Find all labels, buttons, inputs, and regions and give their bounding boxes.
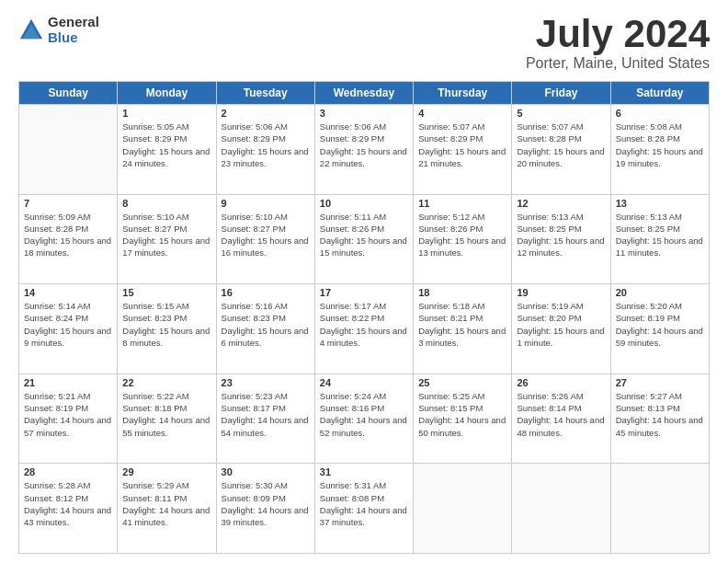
calendar-cell: 16Sunrise: 5:16 AMSunset: 8:23 PMDayligh… [216,284,314,374]
day-info: Sunrise: 5:25 AMSunset: 8:15 PMDaylight:… [418,390,506,439]
day-number: 6 [616,108,704,119]
calendar-cell: 9Sunrise: 5:10 AMSunset: 8:27 PMDaylight… [216,194,314,284]
logo: General Blue [18,15,99,45]
day-number: 31 [320,466,408,477]
day-info: Sunrise: 5:31 AMSunset: 8:08 PMDaylight:… [320,479,408,528]
day-info: Sunrise: 5:18 AMSunset: 8:21 PMDaylight:… [418,300,506,349]
calendar-cell: 15Sunrise: 5:15 AMSunset: 8:23 PMDayligh… [118,284,216,374]
day-number: 2 [222,108,310,119]
day-number: 24 [320,377,408,388]
day-number: 12 [517,198,605,209]
subtitle: Porter, Maine, United States [526,55,710,72]
day-number: 11 [418,198,506,209]
calendar-cell: 21Sunrise: 5:21 AMSunset: 8:19 PMDayligh… [19,373,118,464]
calendar-cell: 24Sunrise: 5:24 AMSunset: 8:16 PMDayligh… [314,373,413,464]
calendar-cell: 30Sunrise: 5:30 AMSunset: 8:09 PMDayligh… [216,464,314,554]
day-number: 16 [222,287,310,298]
day-info: Sunrise: 5:11 AMSunset: 8:26 PMDaylight:… [320,211,408,259]
calendar-week-row: 1Sunrise: 5:05 AMSunset: 8:29 PMDaylight… [19,105,710,195]
logo-text: General Blue [48,15,99,45]
day-number: 26 [517,377,605,388]
day-number: 15 [122,287,210,298]
calendar-cell: 5Sunrise: 5:07 AMSunset: 8:28 PMDaylight… [512,105,610,195]
day-info: Sunrise: 5:22 AMSunset: 8:18 PMDaylight:… [122,390,210,439]
calendar-cell: 1Sunrise: 5:05 AMSunset: 8:29 PMDaylight… [118,105,216,195]
day-info: Sunrise: 5:24 AMSunset: 8:16 PMDaylight:… [320,390,408,439]
calendar-cell: 11Sunrise: 5:12 AMSunset: 8:26 PMDayligh… [414,194,512,284]
day-info: Sunrise: 5:16 AMSunset: 8:23 PMDaylight:… [222,300,310,349]
title-block: July 2024 Porter, Maine, United States [526,15,710,72]
calendar-cell: 14Sunrise: 5:14 AMSunset: 8:24 PMDayligh… [19,284,118,374]
calendar-cell [610,464,709,554]
calendar-table: SundayMondayTuesdayWednesdayThursdayFrid… [18,81,710,554]
day-number: 30 [222,466,310,477]
calendar-cell: 7Sunrise: 5:09 AMSunset: 8:28 PMDaylight… [19,194,118,284]
main-title: July 2024 [526,15,710,53]
calendar-week-row: 7Sunrise: 5:09 AMSunset: 8:28 PMDaylight… [19,194,710,284]
calendar-cell: 6Sunrise: 5:08 AMSunset: 8:28 PMDaylight… [610,105,709,195]
calendar-cell: 27Sunrise: 5:27 AMSunset: 8:13 PMDayligh… [610,373,709,464]
day-number: 1 [122,108,210,119]
day-number: 25 [418,377,506,388]
logo-icon [18,17,44,43]
calendar-cell: 4Sunrise: 5:07 AMSunset: 8:29 PMDaylight… [414,105,512,195]
day-number: 27 [616,377,704,388]
day-info: Sunrise: 5:10 AMSunset: 8:27 PMDaylight:… [122,211,210,259]
day-info: Sunrise: 5:30 AMSunset: 8:09 PMDaylight:… [222,479,310,528]
weekday-header: Tuesday [216,82,314,105]
day-number: 17 [320,287,408,298]
day-number: 10 [320,198,408,209]
calendar-cell [414,464,512,554]
calendar-cell: 29Sunrise: 5:29 AMSunset: 8:11 PMDayligh… [118,464,216,554]
calendar-cell: 17Sunrise: 5:17 AMSunset: 8:22 PMDayligh… [314,284,413,374]
day-info: Sunrise: 5:23 AMSunset: 8:17 PMDaylight:… [222,390,310,439]
weekday-header: Friday [512,82,610,105]
day-info: Sunrise: 5:14 AMSunset: 8:24 PMDaylight:… [24,300,112,349]
day-number: 29 [122,466,210,477]
calendar-cell: 20Sunrise: 5:20 AMSunset: 8:19 PMDayligh… [610,284,709,374]
calendar-cell: 28Sunrise: 5:28 AMSunset: 8:12 PMDayligh… [19,464,118,554]
logo-general: General [48,15,99,30]
calendar-cell: 18Sunrise: 5:18 AMSunset: 8:21 PMDayligh… [414,284,512,374]
day-number: 3 [320,108,408,119]
weekday-header: Sunday [19,82,118,105]
calendar-cell: 2Sunrise: 5:06 AMSunset: 8:29 PMDaylight… [216,105,314,195]
calendar-cell: 8Sunrise: 5:10 AMSunset: 8:27 PMDaylight… [118,194,216,284]
day-number: 13 [616,198,704,209]
day-number: 20 [616,287,704,298]
calendar-cell: 31Sunrise: 5:31 AMSunset: 8:08 PMDayligh… [314,464,413,554]
calendar-week-row: 14Sunrise: 5:14 AMSunset: 8:24 PMDayligh… [19,284,710,374]
header: General Blue July 2024 Porter, Maine, Un… [18,15,710,72]
calendar-week-row: 21Sunrise: 5:21 AMSunset: 8:19 PMDayligh… [19,373,710,464]
day-info: Sunrise: 5:28 AMSunset: 8:12 PMDaylight:… [24,479,112,528]
calendar-cell: 19Sunrise: 5:19 AMSunset: 8:20 PMDayligh… [512,284,610,374]
calendar-cell [19,105,118,195]
calendar-cell: 10Sunrise: 5:11 AMSunset: 8:26 PMDayligh… [314,194,413,284]
calendar-week-row: 28Sunrise: 5:28 AMSunset: 8:12 PMDayligh… [19,464,710,554]
day-info: Sunrise: 5:27 AMSunset: 8:13 PMDaylight:… [616,390,704,439]
day-number: 7 [24,198,112,209]
weekday-header: Thursday [414,82,512,105]
calendar-cell: 22Sunrise: 5:22 AMSunset: 8:18 PMDayligh… [118,373,216,464]
day-info: Sunrise: 5:07 AMSunset: 8:28 PMDaylight:… [517,121,605,169]
day-info: Sunrise: 5:06 AMSunset: 8:29 PMDaylight:… [222,121,310,169]
day-number: 18 [418,287,506,298]
calendar-cell: 3Sunrise: 5:06 AMSunset: 8:29 PMDaylight… [314,105,413,195]
day-number: 4 [418,108,506,119]
day-info: Sunrise: 5:17 AMSunset: 8:22 PMDaylight:… [320,300,408,349]
weekday-header: Wednesday [314,82,413,105]
day-number: 28 [24,466,112,477]
day-info: Sunrise: 5:19 AMSunset: 8:20 PMDaylight:… [517,300,605,349]
day-number: 23 [222,377,310,388]
day-info: Sunrise: 5:12 AMSunset: 8:26 PMDaylight:… [418,211,506,259]
day-number: 8 [122,198,210,209]
day-info: Sunrise: 5:29 AMSunset: 8:11 PMDaylight:… [122,479,210,528]
calendar-header-row: SundayMondayTuesdayWednesdayThursdayFrid… [19,82,710,105]
day-info: Sunrise: 5:08 AMSunset: 8:28 PMDaylight:… [616,121,704,169]
day-info: Sunrise: 5:15 AMSunset: 8:23 PMDaylight:… [122,300,210,349]
calendar-cell [512,464,610,554]
page: General Blue July 2024 Porter, Maine, Un… [0,0,728,563]
calendar-cell: 23Sunrise: 5:23 AMSunset: 8:17 PMDayligh… [216,373,314,464]
day-info: Sunrise: 5:13 AMSunset: 8:25 PMDaylight:… [616,211,704,259]
day-info: Sunrise: 5:05 AMSunset: 8:29 PMDaylight:… [122,121,210,169]
